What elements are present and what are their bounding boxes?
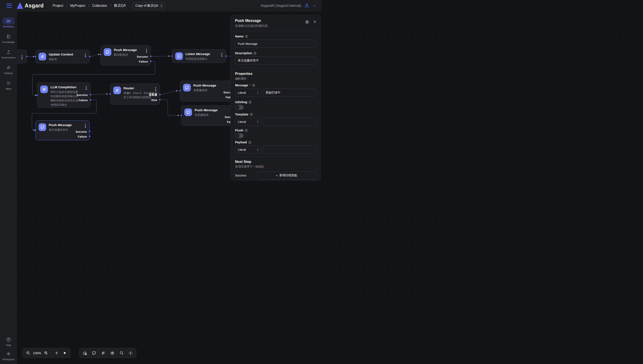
panel-divider [231,30,320,31]
node-menu-button[interactable] [145,48,148,53]
select-chevrons-icon [257,92,259,94]
info-icon [245,129,248,132]
asgard-logo-icon [17,2,23,9]
required-mark: * [250,84,251,87]
message-type-select[interactable]: Literal [235,89,261,96]
node-menu-button[interactable] [20,55,24,60]
node-menu-button[interactable] [84,86,88,90]
sidebar-item-environment[interactable]: Environment [0,48,17,59]
output-port-label[interactable]: Failure [139,60,148,63]
next-step-section-title: Next Step [235,160,316,164]
breadcrumb-project[interactable]: Project [53,4,63,8]
logo-text: Asgard [25,2,44,9]
template-type-value: Literal [238,120,246,124]
chat-bubble-icon [183,84,191,92]
output-port-label[interactable]: Success [76,130,87,133]
payload-type-select[interactable]: Literal [235,146,261,154]
node-update-context[interactable]: Update Context 初始化 [35,50,90,63]
top-navbar: Asgard Project / MyProject / Collection … [0,0,321,12]
template-type-select[interactable]: Literal [235,118,261,126]
workflow-version-label: Copy of 飯店QA [135,4,158,8]
output-port-label[interactable]: Success [76,93,88,96]
next-step-row-label: Success [235,174,257,177]
node-menu-button[interactable] [83,124,87,128]
node-push-message-welcome[interactable]: Push Message 顯示歡迎詞 Success Failure [101,45,151,66]
node-title: LLM Completion [51,85,76,89]
node-subtitle: 是客服情境 [193,88,207,92]
node-subtitle: 呼叫大型語言模型並產生結構化的資料輸出以輔助流程的決策或生成自然語言輸出 [51,90,81,107]
template-value-input[interactable] [263,118,316,126]
sidebar-item-label: Environment [2,56,16,59]
panel-title: Push Message [235,15,316,23]
chat-bubble-icon [39,123,46,131]
node-title: Update Context [49,52,73,56]
workflow-version-select[interactable]: Copy of 飯店QA [132,2,166,9]
node-subtitle: 非客服情境 [195,113,208,117]
isdebug-toggle[interactable] [235,105,244,110]
chat-bubble-icon [104,48,111,56]
panel-divider [231,156,320,157]
name-input[interactable] [235,40,316,48]
node-menu-button[interactable] [154,87,157,91]
node-menu-button[interactable] [83,53,87,58]
node-title: Push Message [193,84,216,88]
sidebar-item-workflows[interactable]: Workflows [0,18,17,28]
output-port-label[interactable]: Failure [78,135,87,138]
node-llm-completion[interactable]: LLM Completion 呼叫大型語言模型並產生結構化的資料輸出以輔助流程的… [37,82,91,108]
flush-toggle[interactable] [235,133,244,138]
node-menu-button[interactable] [220,52,224,57]
node-subtitle: 初始化 [49,57,57,62]
sidebar-item-label: Knowledge [3,41,15,43]
sidebar-item-knowledge[interactable]: Knowledge [0,33,17,43]
chat-bubble-icon [184,108,192,116]
menu-hamburger-icon[interactable] [7,4,12,8]
output-port-label[interactable]: Success [137,55,148,58]
message-value-input[interactable] [263,89,316,96]
close-icon[interactable] [313,20,317,24]
output-port-label[interactable]: 是客服 [149,93,157,97]
sidebar-item-settings[interactable]: Settings [0,64,17,74]
node-listen-message[interactable]: Listen Message 等待訊息內容輸入 [172,49,226,63]
breadcrumb-current[interactable]: 飯店QA [114,4,126,8]
node-push-message-cs[interactable]: Push Message 是客服情境 Success Failure [180,81,237,102]
description-input[interactable] [235,56,316,64]
sidebar-item-label: Settings [4,72,13,74]
refresh-bulb-icon [40,86,48,93]
swap-arrows-icon [39,53,46,60]
breadcrumb-myproject[interactable]: MyProject [70,4,85,8]
node-router[interactable]: Router 依據If、Else If、Else條件決定工作流程執行的路徑 是客… [110,84,160,104]
message-field-label: Message * [235,84,316,87]
node-push-message-non-cs[interactable]: Push Message 非客服情境 Success Failure [181,106,239,126]
save-icon[interactable] [305,20,309,24]
message-type-value: Literal [238,91,246,94]
select-chevrons-icon [257,120,259,123]
description-field-label: Description [235,52,316,55]
info-icon [249,141,251,144]
node-title: Listen Message [185,52,210,56]
properties-section-title: Properties [235,72,316,76]
output-port-label[interactable]: Failure [79,99,88,102]
chat-bubble-icon [175,52,183,60]
isdebug-field-label: isDebug [235,100,316,104]
select-chevrons-icon [160,4,162,7]
flush-field-label: Flush [235,129,316,132]
name-field-label: Name [235,35,316,38]
payload-type-value: Literal [238,148,246,152]
node-edge-partial[interactable] [17,50,27,63]
breadcrumb-collection[interactable]: Collection [92,4,107,8]
book-icon [3,33,15,40]
breadcrumb: Project / MyProject / Collection / 飯店QA [53,4,126,8]
node-push-message-rate[interactable]: Push Message 表示流量控管中 Success Failure [35,120,90,140]
user-icon[interactable] [304,3,310,8]
add-target-node-success-button[interactable]: + 新增目標節點 [257,171,316,180]
sidebar-item-apps[interactable]: Apps [0,80,17,90]
account-label: AsgardAI (Asgard Internal) [261,4,301,8]
account-chevron-down-icon[interactable] [313,4,316,8]
node-subtitle: 顯示歡迎詞 [114,53,128,57]
output-port-label[interactable]: Else [151,98,157,102]
payload-value-input[interactable] [263,146,316,154]
sidebar-item-label: Workflows [3,25,14,28]
properties-section-subtitle: 編輯屬性 [235,77,316,80]
node-subtitle: 表示流量控管中 [49,128,68,132]
swap-arrows-icon [113,86,121,94]
